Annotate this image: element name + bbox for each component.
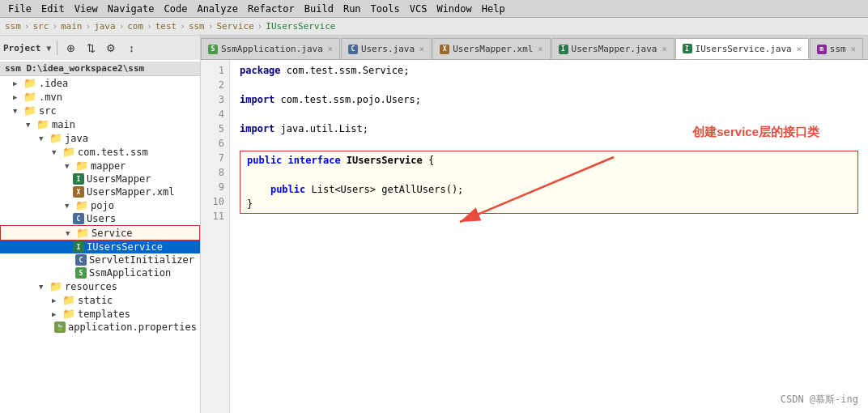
sidebar-item-label: ServletInitializer: [89, 254, 194, 266]
tab-icon-ssmapplication: S: [208, 45, 218, 54]
sidebar-item-resources[interactable]: ▼ 📁 resources: [0, 279, 200, 293]
sidebar-item-label: pojo: [91, 200, 114, 211]
sidebar-item-label: java: [65, 133, 88, 144]
menu-analyze[interactable]: Analyze: [192, 0, 243, 17]
sidebar-item-service[interactable]: ▼ 📁 Service: [0, 225, 200, 241]
sidebar-item-label: UsersMapper: [87, 173, 151, 185]
tab-users[interactable]: C Users.java ×: [341, 38, 432, 59]
collapse-icon: ▼: [65, 202, 73, 210]
breadcrumb-com[interactable]: com: [127, 21, 143, 32]
sidebar-item-usersmapperxml[interactable]: X UsersMapper.xml: [0, 185, 200, 198]
sidebar-item-label: Service: [91, 228, 133, 239]
sidebar-item-label: main: [52, 119, 75, 130]
breadcrumb-iusersservice[interactable]: IUsersService: [266, 21, 335, 32]
menu-vcs[interactable]: VCS: [405, 0, 432, 17]
menu-edit[interactable]: Edit: [36, 0, 70, 17]
sidebar-item-templates[interactable]: ▶ 📁 templates: [0, 307, 200, 321]
tab-label-ssmapplication: SsmApplication.java: [221, 44, 323, 54]
collapse-icon: ▼: [13, 107, 21, 115]
tab-ssmapplication[interactable]: S SsmApplication.java ×: [201, 38, 340, 59]
tab-close-iusersservice[interactable]: ×: [797, 45, 802, 53]
sidebar-item-label: SsmApplication: [89, 267, 171, 279]
sidebar-item-label: resources: [65, 281, 117, 292]
folder-icon: 📁: [36, 118, 49, 130]
file-icon: S: [75, 267, 87, 279]
tab-icon-users: C: [348, 45, 358, 54]
collapse-icon: ▼: [39, 283, 47, 291]
breadcrumb-test[interactable]: test: [155, 21, 177, 32]
folder-icon: 📁: [75, 199, 88, 211]
menu-view[interactable]: View: [70, 0, 103, 17]
tab-close-usersmapper[interactable]: ×: [662, 45, 666, 53]
sort-btn[interactable]: ↕: [122, 39, 140, 57]
folder-icon: 📁: [62, 294, 75, 306]
collapse-icon: ▼: [52, 148, 60, 156]
sidebar-item-iusersservice[interactable]: I IUsersService: [0, 241, 200, 253]
tab-usersmapperxml[interactable]: X UsersMapper.xml ×: [432, 38, 550, 59]
sidebar-item-appprops[interactable]: 🍃 application.properties: [0, 321, 200, 334]
tab-close-ssm[interactable]: ×: [851, 45, 856, 53]
sidebar-item-java[interactable]: ▼ 📁 java: [0, 131, 200, 145]
sidebar-item-label: templates: [78, 309, 130, 320]
tab-label-ssm: ssm: [830, 44, 846, 54]
tab-usersmapper[interactable]: I UsersMapper.java ×: [551, 38, 674, 59]
tab-close-usersmapperxml[interactable]: ×: [538, 45, 542, 53]
sidebar-item-mvn[interactable]: ▶ 📁 .mvn: [0, 90, 200, 104]
sidebar-item-usersmapper[interactable]: I UsersMapper: [0, 172, 200, 185]
settings-btn[interactable]: ⚙: [102, 39, 120, 57]
sidebar-item-src[interactable]: ▼ 📁 src: [0, 104, 200, 117]
collapse-icon: ▼: [66, 229, 74, 237]
collapse-icon: ▶: [13, 93, 21, 101]
watermark: CSDN @慕斯-ing: [781, 393, 858, 407]
sidebar-item-label: Users: [87, 213, 116, 224]
menu-tools[interactable]: Tools: [366, 0, 405, 17]
menu-help[interactable]: Help: [477, 0, 510, 17]
breadcrumb-ssm2[interactable]: ssm: [189, 21, 205, 32]
project-sidebar: ssm D:\idea_workspace2\ssm ▶ 📁 .idea ▶ 📁…: [0, 60, 201, 413]
sidebar-item-label: application.properties: [68, 321, 197, 333]
collapse-icon: ▶: [52, 310, 60, 318]
file-icon: I: [73, 173, 84, 185]
folder-icon: 📁: [62, 146, 75, 158]
sidebar-item-pojo[interactable]: ▼ 📁 pojo: [0, 198, 200, 212]
menu-file[interactable]: File: [3, 0, 36, 17]
sidebar-item-main[interactable]: ▼ 📁 main: [0, 117, 200, 131]
menu-refactor[interactable]: Refactor: [243, 0, 300, 17]
sidebar-item-users[interactable]: C Users: [0, 212, 200, 225]
menu-window[interactable]: Window: [432, 0, 476, 17]
sidebar-item-label: com.test.ssm: [78, 147, 148, 158]
sidebar-item-static[interactable]: ▶ 📁 static: [0, 293, 200, 307]
tab-label-users: Users.java: [361, 44, 415, 54]
tab-iusersservice[interactable]: I IUsersService.java ×: [675, 38, 809, 59]
tab-ssm[interactable]: m ssm ×: [810, 38, 863, 59]
add-btn[interactable]: ⊕: [62, 39, 79, 57]
folder-icon: 📁: [23, 91, 36, 103]
sidebar-item-label: .idea: [39, 78, 68, 89]
breadcrumb-java[interactable]: java: [94, 21, 116, 32]
menu-code[interactable]: Code: [160, 0, 193, 17]
tab-close-ssmapplication[interactable]: ×: [328, 45, 333, 53]
breadcrumb-src[interactable]: src: [33, 21, 49, 32]
sidebar-item-ssmapplication[interactable]: S SsmApplication: [0, 266, 200, 279]
sidebar-item-idea[interactable]: ▶ 📁 .idea: [0, 76, 200, 90]
sidebar-item-com-test-ssm[interactable]: ▼ 📁 com.test.ssm: [0, 145, 200, 159]
tab-close-users[interactable]: ×: [419, 45, 424, 53]
sidebar-item-mapper[interactable]: ▼ 📁 mapper: [0, 159, 200, 172]
collapse-icon: ▶: [52, 296, 60, 304]
menu-run[interactable]: Run: [338, 0, 366, 17]
menu-navigate[interactable]: Navigate: [103, 0, 160, 17]
sidebar-title: ssm D:\idea_workspace2\ssm: [5, 63, 144, 74]
file-icon: C: [73, 213, 84, 224]
breadcrumb-main[interactable]: main: [61, 21, 83, 32]
breadcrumb-ssm[interactable]: ssm: [5, 21, 21, 32]
project-dropdown-icon[interactable]: ▼: [46, 44, 51, 53]
tab-label-iusersservice: IUsersService.java: [696, 44, 792, 54]
sidebar-item-servletinitializer[interactable]: C ServletInitializer: [0, 253, 200, 266]
breadcrumb-service[interactable]: Service: [216, 21, 253, 32]
file-icon: X: [73, 186, 84, 198]
menu-build[interactable]: Build: [300, 0, 338, 17]
sync-btn[interactable]: ⇅: [82, 39, 100, 57]
sidebar-header: ssm D:\idea_workspace2\ssm: [0, 62, 200, 76]
collapse-icon: ▼: [65, 162, 73, 170]
code-editor[interactable]: package com.test.ssm.Service; import com…: [230, 60, 868, 413]
